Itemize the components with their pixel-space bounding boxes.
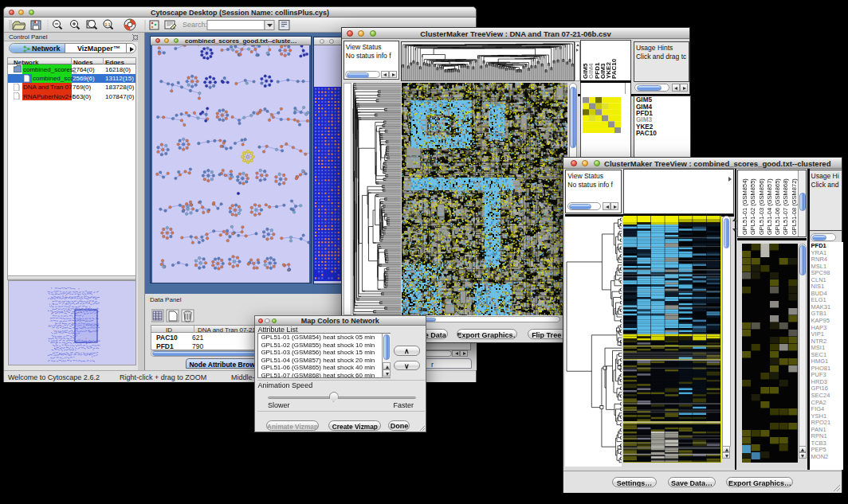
svg-text:Search:: Search: [183,21,207,29]
svg-text:1:1: 1:1 [105,22,111,27]
